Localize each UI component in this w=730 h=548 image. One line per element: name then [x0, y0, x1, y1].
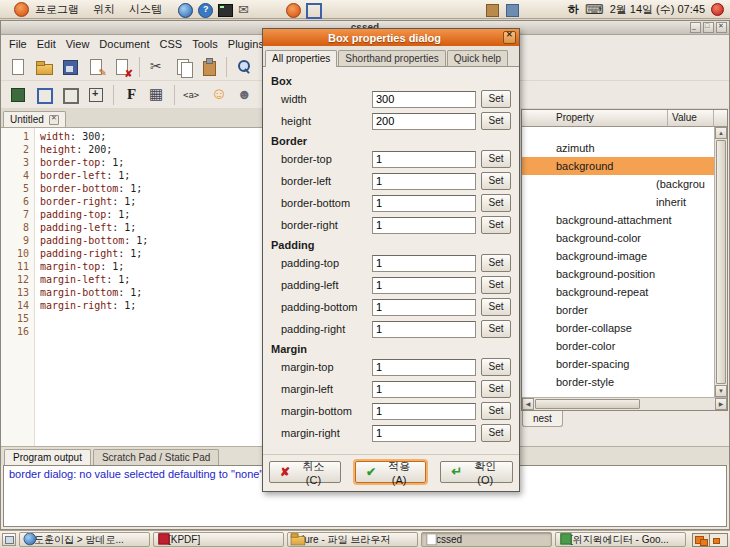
dialog-titlebar[interactable]: Box properties dialog — [263, 29, 519, 46]
property-row-background[interactable]: background — [522, 157, 714, 175]
property-row-background-color[interactable]: background-color — [522, 229, 714, 247]
close-document-button[interactable] — [110, 55, 134, 79]
padding-left-set-button[interactable]: Set — [481, 276, 511, 294]
contact-button[interactable] — [232, 83, 256, 107]
div-block-button[interactable] — [32, 83, 56, 107]
padding-bottom-set-button[interactable]: Set — [481, 298, 511, 316]
office-icon[interactable] — [303, 0, 321, 18]
column-header-property[interactable]: Property — [522, 110, 668, 127]
show-desktop-button[interactable] — [2, 533, 16, 546]
mail-icon[interactable] — [235, 0, 253, 18]
cut-button[interactable] — [145, 55, 169, 79]
margin-bottom-set-button[interactable]: Set — [481, 402, 511, 420]
apply-button[interactable]: 적용(A) — [355, 461, 426, 483]
property-row-border-collapse[interactable]: border-collapse — [522, 319, 714, 337]
property-row-border-style[interactable]: border-style — [522, 373, 714, 391]
margin-top-input[interactable] — [372, 359, 476, 376]
dialog-tab-2[interactable]: Quick help — [447, 50, 508, 66]
padding-left-input[interactable] — [372, 277, 476, 294]
vertical-scrollbar[interactable]: ▲ ▼ — [714, 127, 727, 397]
taskbar-item-2[interactable]: [KPDF] — [153, 532, 284, 547]
tray-app-1-icon[interactable] — [482, 0, 500, 18]
property-row-inherit[interactable]: inherit — [522, 193, 714, 211]
taskbar-item-3[interactable]: lure - 파일 브라우저 — [287, 532, 418, 547]
font-button[interactable] — [119, 83, 143, 107]
property-row-background-repeat[interactable]: background-repeat — [522, 283, 714, 301]
scroll-left-icon[interactable]: ◀ — [522, 398, 534, 410]
border-top-set-button[interactable]: Set — [481, 150, 511, 168]
property-row-backgrou[interactable]: (backgrou — [522, 175, 714, 193]
border-right-set-button[interactable]: Set — [481, 216, 511, 234]
anchor-tag-button[interactable] — [180, 83, 204, 107]
property-row-azimuth[interactable]: azimuth — [522, 139, 714, 157]
panel-tab-nest[interactable]: nest — [522, 411, 563, 427]
tray-app-2-icon[interactable] — [502, 0, 520, 18]
menu-view[interactable]: View — [61, 36, 95, 52]
border-bottom-set-button[interactable]: Set — [481, 194, 511, 212]
keyboard-icon[interactable]: ⌨ — [585, 2, 604, 17]
margin-top-set-button[interactable]: Set — [481, 358, 511, 376]
new-document-button[interactable] — [6, 55, 30, 79]
help-icon[interactable] — [195, 0, 213, 18]
column-header-value[interactable]: Value — [668, 110, 714, 127]
width-set-button[interactable]: Set — [481, 90, 511, 108]
property-row-background-position[interactable]: background-position — [522, 265, 714, 283]
bottom-tab-1[interactable]: Scratch Pad / Static Pad — [93, 449, 219, 465]
table-grid-button[interactable] — [145, 83, 169, 107]
minimize-icon[interactable] — [690, 22, 701, 33]
bottom-tab-0[interactable]: Program output — [4, 449, 91, 465]
ok-button[interactable]: 확인(O) — [440, 461, 513, 483]
open-document-button[interactable] — [32, 55, 56, 79]
height-set-button[interactable]: Set — [481, 112, 511, 130]
margin-left-set-button[interactable]: Set — [481, 380, 511, 398]
clock[interactable]: 2월 14일 (수) 07:45 — [610, 2, 705, 17]
padding-top-set-button[interactable]: Set — [481, 254, 511, 272]
menu-document[interactable]: Document — [94, 36, 154, 52]
padding-top-input[interactable] — [372, 255, 476, 272]
edit-document-button[interactable] — [84, 55, 108, 79]
taskbar-item-4[interactable]: cssed — [421, 532, 552, 547]
save-document-button[interactable] — [58, 55, 82, 79]
workspace-1[interactable] — [693, 534, 710, 546]
applications-menu[interactable]: 프로그램 — [4, 0, 86, 20]
scroll-down-icon[interactable]: ▼ — [715, 385, 727, 397]
property-row-border-spacing[interactable]: border-spacing — [522, 355, 714, 373]
menu-css[interactable]: CSS — [155, 36, 188, 52]
horizontal-scrollbar[interactable]: ◀ ▶ — [522, 397, 727, 410]
menu-file[interactable]: File — [4, 36, 32, 52]
add-box-button[interactable] — [84, 83, 108, 107]
vertical-scrollbar-thumb[interactable] — [716, 140, 726, 384]
margin-left-input[interactable] — [372, 381, 476, 398]
dialog-close-icon[interactable] — [503, 31, 516, 44]
close-icon[interactable] — [716, 22, 727, 33]
border-right-input[interactable] — [372, 217, 476, 234]
search-button[interactable] — [232, 55, 256, 79]
workspace-2[interactable] — [710, 534, 727, 546]
height-input[interactable] — [372, 113, 476, 130]
margin-bottom-input[interactable] — [372, 403, 476, 420]
paste-button[interactable] — [197, 55, 221, 79]
property-row-background-image[interactable]: background-image — [522, 247, 714, 265]
tab-close-icon[interactable] — [49, 115, 59, 125]
margin-right-input[interactable] — [372, 425, 476, 442]
padding-right-input[interactable] — [372, 321, 476, 338]
system-menu[interactable]: 시스템 — [122, 1, 169, 18]
span-block-button[interactable] — [58, 83, 82, 107]
dialog-tab-1[interactable]: Shorthand properties — [338, 50, 445, 66]
terminal-icon[interactable] — [215, 0, 233, 18]
property-row-border-color[interactable]: border-color — [522, 337, 714, 355]
editor-tab-untitled[interactable]: Untitled — [3, 111, 66, 127]
input-method-indicator[interactable]: 하 — [568, 2, 579, 17]
taskbar-item-1[interactable]: 도훈이집 > 맘데로... — [19, 532, 150, 547]
cancel-button[interactable]: 취소(C) — [269, 461, 341, 483]
horizontal-scrollbar-thumb[interactable] — [535, 399, 640, 409]
border-top-input[interactable] — [372, 151, 476, 168]
width-input[interactable] — [372, 91, 476, 108]
border-left-set-button[interactable]: Set — [481, 172, 511, 190]
distro-icon[interactable] — [283, 0, 301, 18]
padding-right-set-button[interactable]: Set — [481, 320, 511, 338]
scroll-right-icon[interactable]: ▶ — [715, 398, 727, 410]
dialog-tab-0[interactable]: All properties — [265, 50, 337, 67]
web-browser-icon[interactable] — [175, 0, 193, 18]
copy-button[interactable] — [171, 55, 195, 79]
